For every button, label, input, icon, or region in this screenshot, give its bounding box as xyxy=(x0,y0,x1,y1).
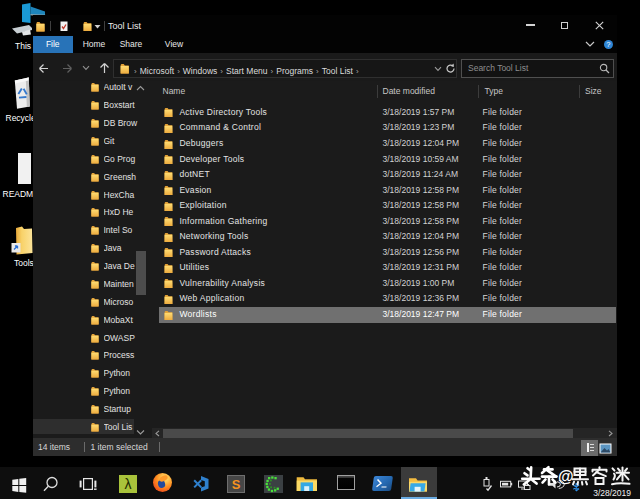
svg-text:@: @ xyxy=(558,468,574,485)
